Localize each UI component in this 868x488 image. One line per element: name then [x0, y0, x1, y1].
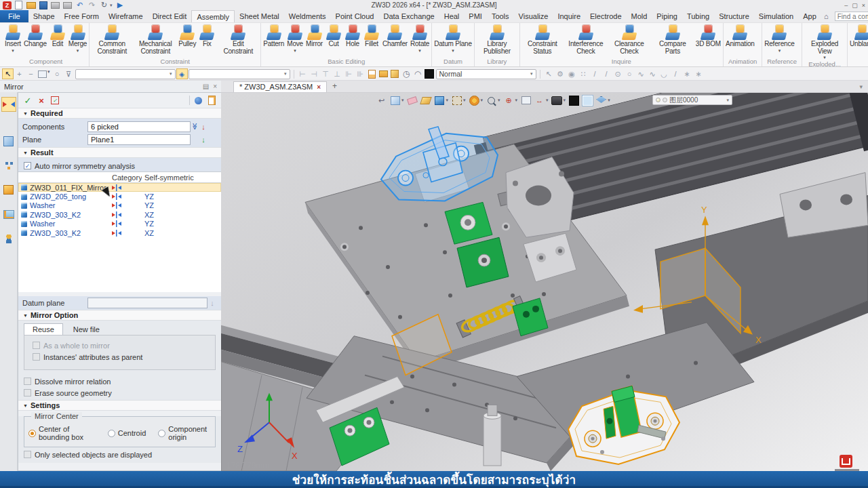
pick-region-icon[interactable] [37, 69, 47, 79]
ribbon-button-fillet[interactable]: Fillet [362, 24, 381, 48]
annotation-list-icon[interactable] [367, 69, 377, 79]
active-color-swatch[interactable] [582, 95, 593, 106]
bg-color-black-swatch[interactable] [568, 95, 580, 106]
datum-display-icon[interactable] [420, 95, 432, 106]
tab-overflow-icon[interactable]: ▾ [859, 83, 863, 92]
layer-combo[interactable]: 图层0000 ▾ [652, 95, 732, 105]
ribbon-button-insert[interactable]: Insert▾ [3, 24, 22, 53]
menu-tab-tools[interactable]: Tools [487, 10, 514, 22]
layer-state-icon[interactable] [663, 98, 667, 102]
fit-window-icon[interactable] [520, 95, 532, 106]
zoom-icon-dropdown[interactable]: ▾ [498, 98, 500, 103]
info-icon[interactable] [193, 95, 203, 106]
sketch-settings-icon[interactable]: ⚙ [555, 69, 566, 79]
menu-tab-tubing[interactable]: Tubing [682, 10, 714, 22]
style-combo[interactable]: Normal▾ [436, 69, 536, 79]
auto-mirror-checkbox[interactable] [24, 162, 31, 169]
print-preview-icon[interactable] [62, 1, 73, 10]
ribbon-button-datum-plane[interactable]: Datum Plane▾ [433, 24, 473, 53]
display-mode-icon[interactable] [551, 95, 563, 106]
table-row[interactable]: ZW3D_303_K2XZ [18, 210, 221, 219]
ellipse-icon[interactable]: ○ [625, 69, 635, 79]
rotate-dropdown-icon[interactable]: ▾ [418, 48, 421, 53]
ribbon-button-edit[interactable]: Edit [48, 24, 67, 48]
cancel-button[interactable]: × [36, 95, 47, 106]
maximize-button[interactable]: ▢ [852, 2, 858, 9]
zoom-icon[interactable] [486, 95, 497, 106]
section-view-icon[interactable] [469, 95, 480, 106]
menu-tab-data-exchange[interactable]: Data Exchange [378, 10, 439, 22]
grab2-icon[interactable]: ∗ [694, 69, 704, 79]
required-section-header[interactable]: ▼ Required [18, 108, 221, 119]
ribbon-button-interference-check[interactable]: Interference Check [564, 24, 608, 55]
regen-icon-dropdown[interactable]: ▾ [110, 3, 113, 8]
align-bottom-icon[interactable]: ⊥ [332, 69, 342, 79]
layer-display-icon-dropdown[interactable]: ▾ [608, 98, 610, 103]
pick-filter-icon[interactable]: ⊽ [64, 69, 74, 79]
menu-tab-free-form[interactable]: Free Form [60, 10, 104, 22]
remove-pick-icon[interactable]: − [26, 69, 36, 79]
open-in-context-icon[interactable] [378, 69, 389, 79]
ribbon-button-move[interactable]: Move▾ [285, 24, 304, 53]
align-right-icon[interactable]: ⊣ [309, 69, 319, 79]
menu-tab-assembly[interactable]: Assembly [191, 10, 235, 22]
pick-arrow-icon[interactable] [3, 69, 13, 79]
line-icon[interactable]: / [590, 69, 600, 79]
ribbon-button-rotate[interactable]: Rotate▾ [409, 24, 431, 53]
display-mode-icon-dropdown[interactable]: ▾ [564, 98, 566, 103]
part-context-icon[interactable]: ◈ [177, 69, 187, 79]
ribbon-button-mirror[interactable]: Mirror [304, 24, 324, 48]
sketch-play-icon[interactable]: ◉ [567, 69, 577, 79]
layer-display-icon[interactable] [595, 95, 607, 106]
result-section-header[interactable]: ▼ Result [18, 147, 221, 158]
print-icon[interactable] [50, 1, 60, 10]
ribbon-button-3d-bom[interactable]: 3D BOM [694, 24, 722, 48]
regen-icon[interactable]: ↻ [99, 1, 109, 10]
pick-region-icon-dropdown[interactable]: ▾ [47, 69, 50, 79]
ribbon-button-animation[interactable]: Animation [724, 24, 756, 48]
menu-tab-visualize[interactable]: Visualize [514, 10, 553, 22]
ribbon-button-pulley[interactable]: Pulley [177, 24, 197, 48]
menu-tab-direct-edit[interactable]: Direct Edit [148, 10, 192, 22]
wireframe-view-icon-dropdown[interactable]: ▾ [463, 98, 466, 103]
shaded-view-icon-dropdown[interactable]: ▾ [446, 98, 449, 103]
radio-center-bounding-box[interactable] [28, 430, 36, 437]
menu-tab-piping[interactable]: Piping [652, 10, 682, 22]
ribbon-button-hole[interactable]: Hole [343, 24, 362, 48]
visual-manager-icon[interactable] [2, 183, 16, 197]
menu-tab-wireframe[interactable]: Wireframe [104, 10, 148, 22]
ribbon-button-exploded-view[interactable]: Exploded View▾ [803, 24, 846, 60]
dimension-display-icon-dropdown[interactable]: ▾ [546, 98, 549, 103]
reference-dropdown-icon[interactable]: ▾ [778, 48, 781, 53]
assembly-manager-icon[interactable] [2, 134, 16, 148]
render-manager-icon[interactable] [2, 207, 16, 221]
menu-tab-inquire[interactable]: Inquire [553, 10, 585, 22]
exit-icon[interactable]: ↩ [376, 95, 387, 106]
column-category[interactable]: Category [109, 174, 142, 182]
datum-plane-dropdown-icon[interactable]: ▾ [452, 48, 454, 53]
history-manager-icon[interactable] [2, 159, 16, 172]
merge-dropdown-icon[interactable]: ▾ [77, 48, 79, 53]
align-left-icon[interactable]: ⊢ [298, 69, 308, 79]
pick-polygon-icon[interactable]: ○ [52, 69, 62, 79]
tab-reuse[interactable]: Reuse [24, 323, 63, 335]
settings-section-header[interactable]: ▼ Settings [18, 400, 221, 411]
undo-icon[interactable]: ↶ [75, 1, 85, 10]
mirror-option-section-header[interactable]: ▼ Mirror Option [18, 310, 221, 321]
open-file-icon[interactable] [26, 1, 36, 10]
tab-new-file[interactable]: New file [64, 323, 108, 335]
menu-tab-shape[interactable]: Shape [28, 10, 60, 22]
panel-close-icon[interactable]: × [213, 83, 217, 90]
play-icon[interactable]: ▶ [115, 1, 125, 10]
rotate-target-icon-dropdown[interactable]: ▾ [515, 98, 518, 103]
plane-field[interactable] [87, 134, 191, 145]
radio-centroid[interactable] [108, 430, 115, 437]
only-selected-checkbox[interactable] [24, 451, 31, 458]
dissolve-relation-checkbox[interactable] [24, 378, 31, 385]
annotation-view-icon[interactable] [389, 95, 401, 106]
ribbon-button-reference[interactable]: Reference▾ [763, 24, 795, 53]
circle-icon[interactable]: ⊙ [613, 69, 623, 79]
find-command-input[interactable] [835, 12, 868, 21]
new-document-tab-button[interactable]: + [327, 81, 342, 92]
ribbon-button-clearance-check[interactable]: Clearance Check [608, 24, 651, 55]
